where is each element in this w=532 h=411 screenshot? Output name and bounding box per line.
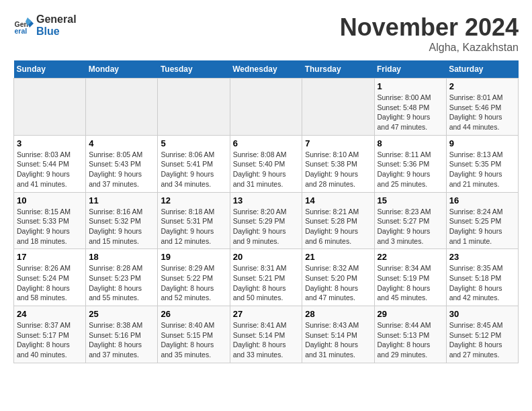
day-info: Sunrise: 8:15 AM Sunset: 5:33 PM Dayligh… — [17, 207, 83, 246]
calendar-cell: 2Sunrise: 8:01 AM Sunset: 5:46 PM Daylig… — [446, 79, 518, 136]
calendar-cell — [230, 79, 302, 136]
day-number: 18 — [89, 252, 154, 262]
week-row-0: 1Sunrise: 8:00 AM Sunset: 5:48 PM Daylig… — [14, 79, 519, 136]
calendar-header: SundayMondayTuesdayWednesdayThursdayFrid… — [14, 60, 519, 79]
day-number: 23 — [449, 252, 515, 262]
header-tuesday: Tuesday — [158, 60, 230, 79]
calendar-cell — [158, 79, 230, 136]
calendar-cell: 9Sunrise: 8:13 AM Sunset: 5:35 PM Daylig… — [446, 135, 518, 192]
day-number: 10 — [17, 195, 83, 205]
header-thursday: Thursday — [302, 60, 374, 79]
day-info: Sunrise: 8:03 AM Sunset: 5:44 PM Dayligh… — [17, 150, 83, 189]
calendar-cell: 30Sunrise: 8:45 AM Sunset: 5:12 PM Dayli… — [446, 306, 518, 363]
day-number: 15 — [378, 195, 443, 205]
header: Gen eral General Blue November 2024 Algh… — [13, 13, 519, 54]
calendar-body: 1Sunrise: 8:00 AM Sunset: 5:48 PM Daylig… — [14, 79, 519, 363]
day-info: Sunrise: 8:13 AM Sunset: 5:35 PM Dayligh… — [449, 150, 515, 189]
day-number: 25 — [89, 309, 154, 319]
calendar-cell: 26Sunrise: 8:40 AM Sunset: 5:15 PM Dayli… — [158, 306, 230, 363]
calendar-cell: 8Sunrise: 8:11 AM Sunset: 5:36 PM Daylig… — [374, 135, 446, 192]
header-wednesday: Wednesday — [230, 60, 302, 79]
logo-line1: General — [36, 13, 77, 26]
calendar-cell: 12Sunrise: 8:18 AM Sunset: 5:31 PM Dayli… — [158, 192, 230, 249]
day-info: Sunrise: 8:45 AM Sunset: 5:12 PM Dayligh… — [449, 320, 515, 360]
title-area: November 2024 Algha, Kazakhstan — [340, 13, 519, 54]
calendar-cell: 7Sunrise: 8:10 AM Sunset: 5:38 PM Daylig… — [302, 135, 374, 192]
day-info: Sunrise: 8:37 AM Sunset: 5:17 PM Dayligh… — [17, 320, 83, 360]
day-number: 24 — [17, 309, 83, 319]
calendar-cell: 18Sunrise: 8:28 AM Sunset: 5:23 PM Dayli… — [86, 249, 158, 306]
day-number: 1 — [378, 81, 443, 91]
day-number: 29 — [378, 309, 443, 319]
day-number: 12 — [161, 195, 226, 205]
calendar-cell: 25Sunrise: 8:38 AM Sunset: 5:16 PM Dayli… — [86, 306, 158, 363]
calendar-cell — [86, 79, 158, 136]
week-row-3: 17Sunrise: 8:26 AM Sunset: 5:24 PM Dayli… — [14, 249, 519, 306]
calendar-table: SundayMondayTuesdayWednesdayThursdayFrid… — [13, 60, 519, 363]
day-info: Sunrise: 8:21 AM Sunset: 5:28 PM Dayligh… — [305, 207, 371, 246]
calendar-cell: 10Sunrise: 8:15 AM Sunset: 5:33 PM Dayli… — [14, 192, 86, 249]
day-info: Sunrise: 8:24 AM Sunset: 5:25 PM Dayligh… — [449, 207, 515, 246]
day-info: Sunrise: 8:32 AM Sunset: 5:20 PM Dayligh… — [305, 263, 371, 303]
day-info: Sunrise: 8:35 AM Sunset: 5:18 PM Dayligh… — [449, 263, 515, 303]
header-monday: Monday — [86, 60, 158, 79]
svg-text:eral: eral — [15, 27, 28, 35]
calendar-cell: 19Sunrise: 8:29 AM Sunset: 5:22 PM Dayli… — [158, 249, 230, 306]
logo-line2: Blue — [36, 26, 77, 38]
calendar-cell: 3Sunrise: 8:03 AM Sunset: 5:44 PM Daylig… — [14, 135, 86, 192]
day-number: 26 — [161, 309, 226, 319]
header-friday: Friday — [374, 60, 446, 79]
day-number: 2 — [449, 81, 515, 91]
day-info: Sunrise: 8:20 AM Sunset: 5:29 PM Dayligh… — [233, 207, 300, 246]
day-info: Sunrise: 8:11 AM Sunset: 5:36 PM Dayligh… — [378, 150, 443, 189]
day-number: 22 — [378, 252, 443, 262]
header-sunday: Sunday — [14, 60, 86, 79]
week-row-2: 10Sunrise: 8:15 AM Sunset: 5:33 PM Dayli… — [14, 192, 519, 249]
calendar-cell: 6Sunrise: 8:08 AM Sunset: 5:40 PM Daylig… — [230, 135, 302, 192]
day-number: 9 — [449, 138, 515, 148]
calendar-cell: 5Sunrise: 8:06 AM Sunset: 5:41 PM Daylig… — [158, 135, 230, 192]
day-number: 8 — [378, 138, 443, 148]
day-number: 6 — [233, 138, 300, 148]
calendar-cell: 15Sunrise: 8:23 AM Sunset: 5:27 PM Dayli… — [374, 192, 446, 249]
day-info: Sunrise: 8:38 AM Sunset: 5:16 PM Dayligh… — [89, 320, 154, 360]
calendar-cell: 20Sunrise: 8:31 AM Sunset: 5:21 PM Dayli… — [230, 249, 302, 306]
day-info: Sunrise: 8:05 AM Sunset: 5:43 PM Dayligh… — [89, 150, 154, 189]
header-saturday: Saturday — [446, 60, 518, 79]
calendar-cell: 23Sunrise: 8:35 AM Sunset: 5:18 PM Dayli… — [446, 249, 518, 306]
day-number: 27 — [233, 309, 300, 319]
week-row-4: 24Sunrise: 8:37 AM Sunset: 5:17 PM Dayli… — [14, 306, 519, 363]
day-number: 19 — [161, 252, 226, 262]
logo: Gen eral General Blue — [13, 13, 77, 38]
calendar-cell: 16Sunrise: 8:24 AM Sunset: 5:25 PM Dayli… — [446, 192, 518, 249]
calendar-cell: 29Sunrise: 8:44 AM Sunset: 5:13 PM Dayli… — [374, 306, 446, 363]
day-info: Sunrise: 8:10 AM Sunset: 5:38 PM Dayligh… — [305, 150, 371, 189]
day-info: Sunrise: 8:16 AM Sunset: 5:32 PM Dayligh… — [89, 207, 154, 246]
day-info: Sunrise: 8:26 AM Sunset: 5:24 PM Dayligh… — [17, 263, 83, 303]
day-number: 4 — [89, 138, 154, 148]
day-number: 17 — [17, 252, 83, 262]
day-info: Sunrise: 8:08 AM Sunset: 5:40 PM Dayligh… — [233, 150, 300, 189]
day-info: Sunrise: 8:00 AM Sunset: 5:48 PM Dayligh… — [378, 93, 443, 132]
calendar-cell: 11Sunrise: 8:16 AM Sunset: 5:32 PM Dayli… — [86, 192, 158, 249]
calendar-cell: 21Sunrise: 8:32 AM Sunset: 5:20 PM Dayli… — [302, 249, 374, 306]
calendar-cell: 17Sunrise: 8:26 AM Sunset: 5:24 PM Dayli… — [14, 249, 86, 306]
day-info: Sunrise: 8:31 AM Sunset: 5:21 PM Dayligh… — [233, 263, 300, 303]
month-title: November 2024 — [340, 13, 519, 42]
day-info: Sunrise: 8:06 AM Sunset: 5:41 PM Dayligh… — [161, 150, 226, 189]
day-info: Sunrise: 8:41 AM Sunset: 5:14 PM Dayligh… — [233, 320, 300, 360]
calendar-cell — [14, 79, 86, 136]
day-number: 16 — [449, 195, 515, 205]
day-number: 13 — [233, 195, 300, 205]
day-info: Sunrise: 8:28 AM Sunset: 5:23 PM Dayligh… — [89, 263, 154, 303]
day-info: Sunrise: 8:44 AM Sunset: 5:13 PM Dayligh… — [378, 320, 443, 360]
calendar-cell — [302, 79, 374, 136]
day-info: Sunrise: 8:34 AM Sunset: 5:19 PM Dayligh… — [378, 263, 443, 303]
day-info: Sunrise: 8:43 AM Sunset: 5:14 PM Dayligh… — [305, 320, 371, 360]
calendar-cell: 28Sunrise: 8:43 AM Sunset: 5:14 PM Dayli… — [302, 306, 374, 363]
location-title: Algha, Kazakhstan — [340, 42, 519, 54]
calendar-cell: 13Sunrise: 8:20 AM Sunset: 5:29 PM Dayli… — [230, 192, 302, 249]
calendar-cell: 22Sunrise: 8:34 AM Sunset: 5:19 PM Dayli… — [374, 249, 446, 306]
calendar-cell: 14Sunrise: 8:21 AM Sunset: 5:28 PM Dayli… — [302, 192, 374, 249]
day-number: 30 — [449, 309, 515, 319]
